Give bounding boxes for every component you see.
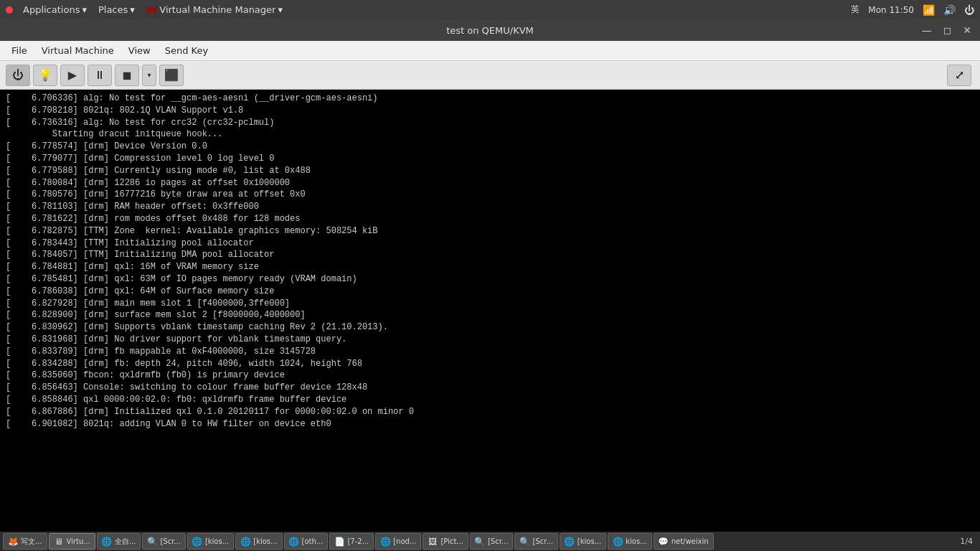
applications-menu[interactable]: Applications ▾ (19, 0, 91, 19)
terminal-line: Starting dracut initqueue hook... (6, 128, 974, 141)
system-bar-right: 英 Mon 11:50 📶 🔊 ⏻ (851, 4, 974, 16)
taskbar-page-info: 1/4 (956, 537, 977, 546)
taskbar-app-icon: 🖼 (428, 537, 438, 547)
terminal-line: [ 6.780576] [drm] 16777216 byte draw are… (6, 189, 974, 201)
terminal-line: [ 6.708218] 8021q: 802.1Q VLAN Support v… (6, 105, 974, 117)
power-button[interactable]: ⏻ (6, 65, 30, 86)
taskbar-item[interactable]: 🌐全自... (97, 533, 141, 550)
terminal-line: [ 6.779077] [drm] Compression level 0 lo… (6, 153, 974, 165)
toolbar: ⏻ 💡 ▶ ⏸ ◼ ▾ ⬛ ⤢ (0, 61, 980, 90)
taskbar-app-icon: 🌐 (240, 537, 250, 547)
taskbar-app-icon: 🦊 (8, 537, 18, 547)
taskbar-item-label: 写文... (21, 537, 42, 547)
play-button[interactable]: ▶ (60, 65, 85, 86)
taskbar-item[interactable]: 🖥Virtu... (49, 533, 95, 550)
menu-bar: File Virtual Machine View Send Key (0, 41, 980, 61)
power-icon-toolbar: ⏻ (12, 68, 24, 82)
taskbar-item[interactable]: 🔍[Scr... (514, 533, 557, 550)
taskbar-item-label: [Scr... (160, 537, 180, 545)
terminal-line: [ 6.784057] [TTM] Initializing DMA pool … (6, 249, 974, 261)
taskbar-item[interactable]: 🌐[kios... (187, 533, 234, 550)
taskbar-item[interactable]: 📄[7-2... (329, 533, 374, 550)
light-button[interactable]: 💡 (33, 65, 57, 86)
taskbar-item[interactable]: 🌐[kios... (235, 533, 282, 550)
terminal-line: [ 6.783443] [TTM] Initializing pool allo… (6, 237, 974, 250)
taskbar-app-icon: 🌐 (565, 537, 575, 547)
vm-icon: W (146, 4, 157, 16)
terminal-line: [ 6.782875] [TTM] Zone kernel: Available… (6, 225, 974, 237)
lightbulb-icon: 💡 (38, 68, 52, 82)
taskbar-item[interactable]: 🦊写文... (3, 533, 47, 550)
title-bar-controls: — ◻ ✕ (919, 25, 974, 35)
volume-icon: 🔊 (943, 4, 956, 16)
close-button[interactable]: ✕ (960, 25, 974, 35)
terminal-line: [ 6.867886] [drm] Initialized qxl 0.1.0 … (6, 406, 974, 418)
terminal-line: [ 6.833789] [drm] fb mappable at 0xF4000… (6, 346, 974, 358)
system-bar-left: Applications ▾ Places ▾ W Virtual Machin… (6, 0, 287, 19)
terminal-line: [ 6.830962] [drm] Supports vblank timest… (6, 321, 974, 334)
taskbar-item-label: [Scr... (488, 537, 508, 545)
window-title: test on QEMU/KVM (446, 25, 534, 36)
expand-button[interactable]: ⤢ (947, 65, 971, 86)
taskbar-item-label: kios... (626, 537, 646, 545)
terminal-line: [ 6.780084] [drm] 12286 io pages at offs… (6, 177, 974, 189)
taskbar-app-icon: 📄 (334, 537, 344, 547)
menu-view[interactable]: View (123, 44, 156, 57)
taskbar-item[interactable]: 🌐[nod... (375, 533, 421, 550)
system-bar: Applications ▾ Places ▾ W Virtual Machin… (0, 0, 980, 19)
screenshot-button[interactable]: ⬛ (159, 65, 184, 86)
taskbar-app-icon: 🌐 (613, 537, 623, 547)
terminal-line: [ 6.706336] alg: No test for __gcm-aes-a… (6, 93, 974, 105)
clock: Mon 11:50 (868, 5, 914, 15)
taskbar-app-icon: 🌐 (192, 537, 202, 547)
menu-virtual-machine[interactable]: Virtual Machine (36, 44, 120, 57)
taskbar-item-label: Virtu... (67, 537, 90, 545)
taskbar-item-label: 全自... (115, 537, 136, 547)
taskbar-item-label: [Scr... (532, 537, 552, 545)
terminal-line: [ 6.856463] Console: switching to colour… (6, 382, 974, 394)
taskbar-item[interactable]: 🌐[kios... (560, 533, 606, 550)
screenshot-icon: ⬛ (164, 68, 179, 82)
taskbar: 🦊写文...🖥Virtu...🌐全自...🔍[Scr...🌐[kios...🌐[… (0, 532, 980, 551)
vm-manager-arrow: ▾ (278, 4, 283, 15)
vm-manager-label: Virtual Machine Manager (159, 4, 275, 15)
taskbar-app-icon: 💬 (659, 537, 669, 547)
places-menu[interactable]: Places ▾ (94, 0, 139, 19)
taskbar-item[interactable]: 💬net/weixin (654, 533, 714, 550)
terminal-line: [ 6.781622] [drm] rom modes offset 0x488… (6, 213, 974, 225)
terminal-line: [ 6.834288] [drm] fb: depth 24, pitch 40… (6, 358, 974, 370)
taskbar-item[interactable]: 🖼[Pict... (423, 533, 468, 550)
terminal-line: [ 6.779588] [drm] Currently using mode #… (6, 165, 974, 177)
toolbar-dropdown[interactable]: ▾ (142, 65, 156, 86)
terminal-line: [ 6.781103] [drm] RAM header offset: 0x3… (6, 201, 974, 213)
terminal-line: [ 6.831968] [drm] No driver support for … (6, 334, 974, 346)
taskbar-app-icon: 🌐 (102, 537, 112, 547)
taskbar-item-label: [kios... (578, 537, 601, 545)
taskbar-item-label: [kios... (205, 537, 229, 545)
taskbar-item[interactable]: 🌐[oth... (284, 533, 329, 550)
play-icon: ▶ (68, 68, 77, 82)
maximize-button[interactable]: ◻ (941, 25, 955, 35)
taskbar-item[interactable]: 🔍[Scr... (470, 533, 513, 550)
minimize-button[interactable]: — (919, 25, 935, 35)
terminal-line: [ 6.828900] [drm] surface mem slot 2 [f8… (6, 309, 974, 321)
taskbar-right: 1/4 (956, 537, 977, 546)
taskbar-item-label: [Pict... (440, 537, 463, 545)
applications-arrow: ▾ (82, 4, 87, 15)
vm-manager-menu[interactable]: W Virtual Machine Manager ▾ (142, 0, 287, 19)
terminal-line: [ 6.778574] [drm] Device Version 0.0 (6, 141, 974, 153)
menu-send-key[interactable]: Send Key (159, 44, 214, 57)
taskbar-item[interactable]: 🔍[Scr... (142, 533, 185, 550)
title-bar: test on QEMU/KVM — ◻ ✕ (0, 19, 980, 41)
menu-file[interactable]: File (6, 44, 33, 57)
stop-button[interactable]: ◼ (115, 65, 139, 86)
taskbar-item-label: [kios... (253, 537, 277, 545)
pause-button[interactable]: ⏸ (88, 65, 112, 86)
taskbar-app-icon: 🌐 (380, 537, 390, 547)
language-indicator[interactable]: 英 (851, 4, 859, 16)
places-arrow: ▾ (130, 4, 135, 15)
terminal-line: [ 6.784881] [drm] qxl: 16M of VRAM memor… (6, 261, 974, 273)
taskbar-item[interactable]: 🌐kios... (608, 533, 651, 550)
taskbar-app-icon: 🔍 (475, 537, 485, 547)
terminal-line: [ 6.901082] 8021q: adding VLAN 0 to HW f… (6, 418, 974, 430)
